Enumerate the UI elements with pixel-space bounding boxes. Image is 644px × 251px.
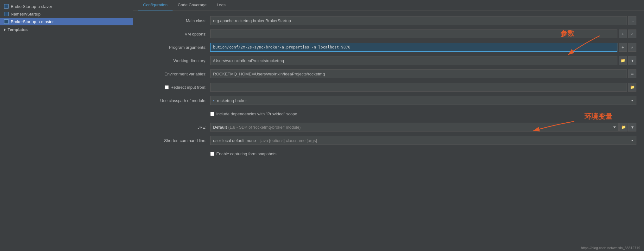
include-deps-field: Include dependencies with "Provided" sco… <box>210 112 636 116</box>
sidebar-item-label: BrokerStartup-a-slaver <box>11 4 52 9</box>
redirect-field: 📁 <box>210 83 636 92</box>
main-class-browse-button[interactable]: ... <box>628 16 636 25</box>
main-class-field: ... <box>210 16 636 25</box>
vm-options-label: VM options: <box>141 32 210 36</box>
sidebar-item-label: BrokerStartup-a-master <box>11 19 54 24</box>
chevron-right-icon <box>4 28 6 31</box>
jre-row: JRE: Default (1.8 - SDK of 'rocketmq-bro… <box>141 122 636 132</box>
env-vars-label: Environment variables: <box>141 72 210 76</box>
enable-snapshots-label: Enable capturing form snapshots <box>216 151 276 156</box>
sidebar: BrokerStartup-a-slaver NamesrvStartup Br… <box>0 0 133 251</box>
include-deps-label: Include dependencies with "Provided" sco… <box>216 112 297 116</box>
env-vars-row: Environment variables: ≡ <box>141 69 636 79</box>
program-args-input[interactable] <box>210 43 617 52</box>
jre-field: Default (1.8 - SDK of 'rocketmq-broker' … <box>210 123 636 132</box>
tab-configuration[interactable]: Configuration <box>138 0 173 10</box>
module-icon: ▪ <box>213 98 215 103</box>
include-deps-checkbox[interactable] <box>210 112 214 116</box>
jre-dropdown[interactable]: Default (1.8 - SDK of 'rocketmq-broker' … <box>210 123 619 132</box>
enable-snapshots-row: Enable capturing form snapshots <box>141 149 636 159</box>
main-panel: Configuration Code Coverage Logs Main cl… <box>133 0 644 251</box>
shorten-row: Shorten command line: user-local default… <box>141 135 636 145</box>
env-vars-input[interactable] <box>210 69 627 78</box>
config-icon-slaver <box>4 4 9 9</box>
env-vars-field: ≡ <box>210 69 636 78</box>
vm-options-row: VM options: + ⤢ <box>141 29 636 39</box>
jre-folder-button[interactable]: 📁 <box>619 123 628 132</box>
redirect-input[interactable] <box>210 83 627 92</box>
tab-code-coverage[interactable]: Code Coverage <box>173 0 212 10</box>
program-args-field: + ⤢ <box>210 43 636 52</box>
enable-snapshots-field: Enable capturing form snapshots <box>210 151 636 156</box>
env-vars-edit-button[interactable]: ≡ <box>628 69 636 78</box>
working-dir-label: Working directory: <box>141 58 210 63</box>
classpath-dropdown[interactable]: ▪ rocketmq-broker <box>210 96 636 105</box>
include-deps-checkbox-row: Include dependencies with "Provided" sco… <box>210 112 297 116</box>
classpath-label: Use classpath of module: <box>141 98 210 103</box>
configuration-form: Main class: ... VM options: + ⤢ Program … <box>133 10 644 244</box>
jre-label: JRE: <box>141 125 210 130</box>
main-class-input[interactable] <box>210 16 627 25</box>
form-area: Main class: ... VM options: + ⤢ Program … <box>133 10 644 244</box>
vm-options-input[interactable] <box>210 29 617 38</box>
program-args-label: Program arguments: <box>141 45 210 50</box>
vm-options-expand-button[interactable]: ⤢ <box>628 29 636 38</box>
shorten-dropdown-arrow <box>631 140 634 141</box>
vm-options-field: + ⤢ <box>210 29 636 38</box>
program-args-add-button[interactable]: + <box>619 43 627 52</box>
tab-bar: Configuration Code Coverage Logs <box>133 0 644 10</box>
config-icon-namesrv <box>4 11 9 16</box>
config-icon-master <box>4 19 9 24</box>
redirect-folder-button[interactable]: 📁 <box>628 83 636 92</box>
program-args-expand-button[interactable]: ⤢ <box>628 43 636 52</box>
jre-dropdown-btn[interactable]: ▾ <box>628 123 636 132</box>
jre-dropdown-arrow <box>613 126 616 128</box>
main-class-label: Main class: <box>141 18 210 23</box>
sidebar-item-broker-slaver[interactable]: BrokerStartup-a-slaver <box>0 3 133 10</box>
redirect-row: Redirect input from: 📁 <box>141 82 636 92</box>
main-class-row: Main class: ... <box>141 16 636 26</box>
working-dir-row: Working directory: 📁 ▾ <box>141 55 636 66</box>
shorten-label: Shorten command line: <box>141 138 210 143</box>
enable-snapshots-checkbox-row: Enable capturing form snapshots <box>210 151 276 156</box>
classpath-dropdown-arrow <box>631 100 634 101</box>
vm-options-add-button[interactable]: + <box>619 29 627 38</box>
sidebar-item-broker-master[interactable]: BrokerStartup-a-master <box>0 18 133 25</box>
redirect-checkbox[interactable] <box>165 85 169 89</box>
sidebar-item-label: NamesrvStartup <box>11 12 41 16</box>
shorten-field: user-local default: none – java [options… <box>210 136 636 145</box>
shorten-dropdown[interactable]: user-local default: none – java [options… <box>210 136 636 145</box>
status-bar: https://blog.csdn.net/weixin_38312719 <box>133 244 644 251</box>
sidebar-item-namesrv[interactable]: NamesrvStartup <box>0 10 133 18</box>
include-deps-row: Include dependencies with "Provided" sco… <box>141 109 636 119</box>
classpath-field: ▪ rocketmq-broker <box>210 96 636 105</box>
working-dir-dropdown-button[interactable]: ▾ <box>628 56 636 65</box>
tab-logs[interactable]: Logs <box>212 0 230 10</box>
classpath-row: Use classpath of module: ▪ rocketmq-brok… <box>141 95 636 106</box>
program-args-row: Program arguments: + ⤢ <box>141 42 636 52</box>
redirect-label: Redirect input from: <box>141 85 210 90</box>
status-url: https://blog.csdn.net/weixin_38312719 <box>581 246 640 250</box>
working-dir-folder-button[interactable]: 📁 <box>619 56 627 65</box>
working-dir-input[interactable] <box>210 56 617 65</box>
enable-snapshots-checkbox[interactable] <box>210 152 214 156</box>
templates-label: Templates <box>8 27 28 32</box>
templates-section: Templates <box>0 25 133 33</box>
working-dir-field: 📁 ▾ <box>210 56 636 65</box>
